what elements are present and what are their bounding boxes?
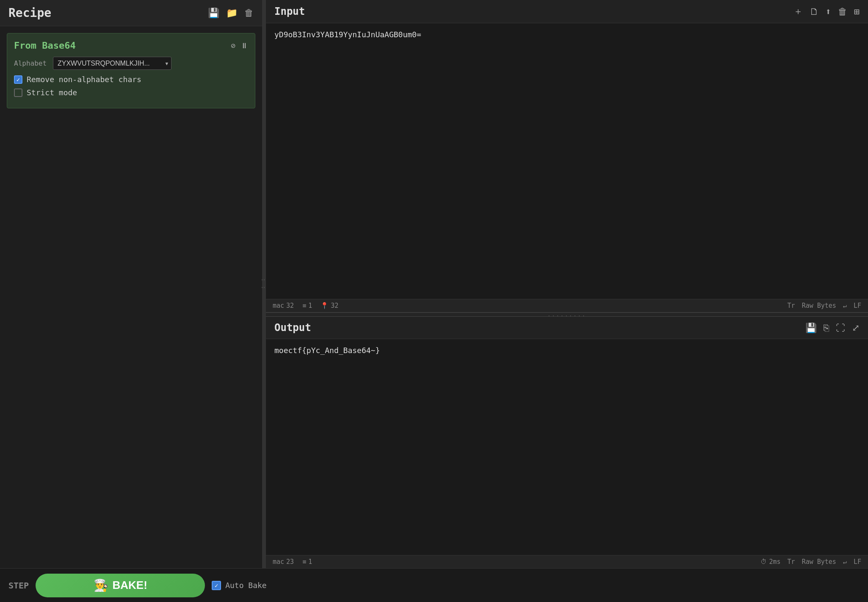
input-lines-item: ≡ 1: [302, 302, 312, 309]
operation-header: From Base64 ⊘ ⏸: [14, 40, 248, 51]
input-position-item: 📍 32: [321, 302, 338, 309]
bake-chef-icon: 👨‍🍳: [94, 578, 108, 592]
output-status-bar: mac 23 ≡ 1 ⏱ 2ms Tr Raw Bytes ↵: [266, 555, 868, 568]
alphabet-label: Alphabet: [14, 59, 48, 67]
lines-icon: ≡: [302, 302, 306, 309]
input-title: Input: [274, 6, 305, 17]
auto-bake-container: Auto Bake: [212, 581, 267, 590]
output-section: Output 💾 ⎘ ⛶ ⤢ moectf{pYc_And_Base64~} m…: [266, 317, 868, 568]
step-label: STEP: [8, 580, 29, 591]
output-lines-item: ≡ 1: [302, 558, 312, 566]
input-mac-item: mac 32: [273, 302, 294, 309]
layout-icon[interactable]: ⊞: [854, 6, 860, 17]
input-format-label[interactable]: Raw Bytes: [802, 302, 836, 309]
output-time-item: ⏱ 2ms: [760, 558, 780, 566]
output-mac-item: mac 23: [273, 558, 294, 566]
bottom-bar: STEP 👨‍🍳 BAKE! Auto Bake: [0, 568, 868, 602]
recipe-title: Recipe: [8, 6, 51, 20]
input-format-icon: Tr: [788, 302, 795, 309]
expand-output-icon[interactable]: ⛶: [836, 323, 845, 333]
delete-recipe-icon[interactable]: 🗑: [244, 8, 254, 18]
strict-mode-checkbox[interactable]: [14, 88, 22, 97]
input-status-bar: mac 32 ≡ 1 📍 32 Tr Raw Bytes ↵: [266, 299, 868, 312]
input-header-icons: ＋ 🗋 ⬆ 🗑 ⊞: [793, 5, 860, 18]
input-header: Input ＋ 🗋 ⬆ 🗑 ⊞: [266, 0, 868, 23]
output-mac-label: mac: [273, 558, 284, 566]
io-drag-divider[interactable]: .........: [266, 312, 868, 317]
output-status-left: mac 23 ≡ 1: [273, 558, 312, 566]
input-newline-label[interactable]: LF: [854, 302, 861, 309]
output-lines-icon: ≡: [302, 558, 306, 566]
save-recipe-icon[interactable]: 💾: [208, 8, 219, 18]
output-newline-label[interactable]: LF: [854, 558, 861, 566]
pause-operation-icon[interactable]: ⏸: [240, 41, 248, 50]
output-mac-value: 23: [286, 558, 294, 566]
from-base64-operation: From Base64 ⊘ ⏸ Alphabet ZYXWVUTSRQPONML…: [7, 33, 255, 108]
alphabet-row: Alphabet ZYXWVUTSRQPONMLKJIH...ABCDEFGHI…: [14, 57, 248, 70]
strict-mode-label: Strict mode: [27, 88, 77, 97]
open-recipe-icon[interactable]: 📁: [226, 8, 238, 18]
operation-title: From Base64: [14, 40, 76, 51]
input-content[interactable]: yD9oB3Inv3YAB19YynIuJnUaAGB0um0=: [266, 23, 868, 299]
bake-label: BAKE!: [113, 579, 147, 592]
input-position-value: 32: [331, 302, 338, 309]
add-input-icon[interactable]: ＋: [793, 5, 803, 18]
new-file-icon[interactable]: 🗋: [810, 6, 819, 17]
alphabet-select-wrapper: ZYXWVUTSRQPONMLKJIH...ABCDEFGHIJKLMNOPQR…: [53, 57, 171, 70]
delete-input-icon[interactable]: 🗑: [838, 6, 847, 17]
main-container: Recipe 💾 📁 🗑 From Base64 ⊘ ⏸ Alphabet ZY…: [0, 0, 868, 568]
recipe-header: Recipe 💾 📁 🗑: [0, 0, 262, 26]
recipe-header-icons: 💾 📁 🗑: [208, 8, 254, 18]
output-content: moectf{pYc_And_Base64~}: [266, 339, 868, 555]
disable-operation-icon[interactable]: ⊘: [231, 41, 235, 50]
panel-resize-handle[interactable]: ⋮⋮: [263, 0, 266, 568]
copy-output-icon[interactable]: ⎘: [824, 323, 829, 333]
output-status-right: ⏱ 2ms Tr Raw Bytes ↵ LF: [760, 558, 861, 566]
output-title: Output: [274, 322, 311, 334]
alphabet-select[interactable]: ZYXWVUTSRQPONMLKJIH...ABCDEFGHIJKLMNOPQR…: [53, 57, 171, 70]
input-status-right: Tr Raw Bytes ↵ LF: [788, 302, 861, 309]
input-newline-icon: ↵: [843, 302, 847, 309]
recipe-empty-area: [0, 115, 262, 568]
operation-controls: ⊘ ⏸: [231, 41, 248, 50]
position-icon: 📍: [321, 302, 329, 309]
output-header-icons: 💾 ⎘ ⛶ ⤢: [805, 323, 860, 333]
output-format-label[interactable]: Raw Bytes: [802, 558, 836, 566]
output-newline-icon: ↵: [843, 558, 847, 566]
io-panel: Input ＋ 🗋 ⬆ 🗑 ⊞ yD9oB3Inv3YAB19YynIuJnUa…: [266, 0, 868, 568]
recipe-panel: Recipe 💾 📁 🗑 From Base64 ⊘ ⏸ Alphabet ZY…: [0, 0, 263, 568]
input-status-left: mac 32 ≡ 1 📍 32: [273, 302, 338, 309]
auto-bake-label: Auto Bake: [225, 581, 267, 590]
output-lines-value: 1: [308, 558, 312, 566]
input-lines-value: 1: [308, 302, 312, 309]
output-header: Output 💾 ⎘ ⛶ ⤢: [266, 317, 868, 339]
remove-nonalpha-label: Remove non-alphabet chars: [27, 75, 141, 84]
fullscreen-output-icon[interactable]: ⤢: [852, 323, 860, 333]
input-mac-label: mac: [273, 302, 284, 309]
bake-button[interactable]: 👨‍🍳 BAKE!: [36, 574, 205, 597]
remove-nonalpha-checkbox[interactable]: [14, 75, 22, 84]
input-section: Input ＋ 🗋 ⬆ 🗑 ⊞ yD9oB3Inv3YAB19YynIuJnUa…: [266, 0, 868, 312]
output-format-icon: Tr: [788, 558, 795, 566]
import-icon[interactable]: ⬆: [826, 6, 831, 17]
auto-bake-checkbox[interactable]: [212, 581, 221, 590]
strict-mode-row: Strict mode: [14, 88, 248, 97]
clock-icon: ⏱: [760, 558, 767, 566]
save-output-icon[interactable]: 💾: [805, 323, 817, 333]
input-mac-value: 32: [286, 302, 294, 309]
output-time-value: 2ms: [769, 558, 780, 566]
remove-nonalpha-row: Remove non-alphabet chars: [14, 75, 248, 84]
